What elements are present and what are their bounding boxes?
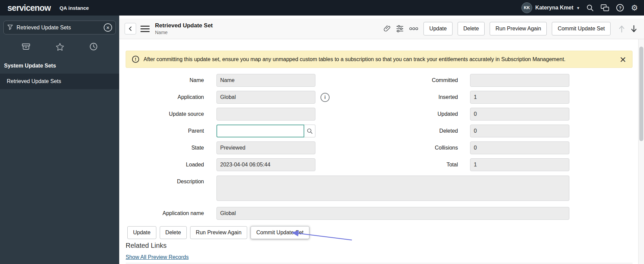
description-field[interactable] (216, 176, 569, 201)
attachment-paperclip-icon[interactable] (383, 25, 391, 32)
sidebar-tabs (0, 34, 119, 57)
previous-record-arrow-icon[interactable] (618, 25, 625, 33)
field-row-application: Application i (126, 91, 335, 104)
committed-field[interactable] (470, 74, 569, 87)
field-row-state: State (126, 141, 335, 154)
commit-update-set-button[interactable]: Commit Update Set (552, 22, 611, 35)
warning-icon: ! (132, 56, 139, 63)
form-column-left: Name Application i Update source Parent … (126, 74, 335, 171)
form-column-right: Committed Inserted Updated Deleted Colli… (385, 74, 569, 171)
reference-lookup-icon[interactable] (304, 125, 315, 137)
run-preview-again-button[interactable]: Run Preview Again (490, 22, 547, 35)
all-applications-icon[interactable] (22, 43, 30, 50)
close-icon[interactable]: × (620, 54, 626, 65)
field-row-application-name: Application name (126, 207, 569, 220)
field-row-total: Total (385, 158, 569, 171)
info-icon[interactable]: i (320, 93, 330, 102)
top-header: servicenow QA instance KK Kateryna Kmet … (0, 0, 644, 16)
parent-reference-wrap (216, 125, 315, 137)
application-field[interactable] (216, 91, 315, 104)
field-row-description: Description (126, 176, 569, 201)
updated-label: Updated (385, 111, 458, 117)
application-name-label: Application name (126, 210, 204, 216)
form-header-actions: Update Delete Run Preview Again Commit U… (383, 22, 640, 35)
application-label: Application (126, 94, 204, 100)
related-links-section: Related Links Show All Preview Records (126, 242, 189, 260)
field-row-name: Name (126, 74, 335, 87)
description-label: Description (126, 176, 204, 201)
back-button[interactable] (125, 23, 136, 34)
collisions-field[interactable] (470, 141, 569, 154)
favorites-star-icon[interactable] (56, 43, 64, 51)
page-title: Retrieved Update Set (155, 22, 213, 29)
history-clock-icon[interactable] (89, 43, 98, 51)
personalize-form-sliders-icon[interactable] (396, 25, 404, 32)
more-options-icon[interactable] (409, 27, 418, 30)
update-source-field[interactable] (216, 108, 315, 121)
field-row-parent: Parent (126, 125, 335, 137)
footer-update-button[interactable]: Update (127, 226, 156, 239)
form-header: Retrieved Update Set Name Update Delete … (119, 19, 644, 39)
footer-actions: Update Delete Run Preview Again Commit U… (127, 226, 309, 239)
sidebar-item-retrieved-update-sets[interactable]: Retrieved Update Sets (0, 74, 119, 89)
footer-commit-update-set-button[interactable]: Commit Update Set (251, 226, 309, 239)
total-label: Total (385, 162, 458, 168)
header-right: KK Kateryna Kmet ▾ ? ⚙ (521, 2, 638, 13)
collisions-label: Collisions (385, 145, 458, 151)
field-row-loaded: Loaded (126, 158, 335, 171)
help-icon[interactable]: ? (616, 4, 624, 11)
name-label: Name (126, 77, 204, 83)
loaded-label: Loaded (126, 162, 204, 168)
record-title-block: Retrieved Update Set Name (155, 22, 213, 35)
committed-label: Committed (385, 77, 458, 83)
connected-devices-icon[interactable] (601, 4, 609, 11)
parent-label: Parent (126, 128, 204, 134)
loaded-field[interactable] (216, 158, 315, 171)
next-record-arrow-icon[interactable] (630, 25, 637, 33)
user-name: Kateryna Kmet (535, 5, 573, 11)
field-row-update-source: Update source (126, 108, 335, 121)
section-divider (126, 263, 633, 263)
update-button[interactable]: Update (423, 22, 453, 35)
sidebar: × System Update Sets Retrieved Update Se… (0, 16, 119, 264)
servicenow-logo: servicenow (7, 3, 51, 13)
inserted-field[interactable] (470, 91, 569, 104)
state-field[interactable] (216, 141, 315, 154)
sidebar-section-title: System Update Sets (0, 57, 119, 74)
deleted-field[interactable] (470, 125, 569, 137)
field-row-inserted: Inserted (385, 91, 569, 104)
filter-icon (7, 24, 13, 31)
gear-icon[interactable]: ⚙ (631, 4, 638, 12)
search-icon[interactable] (586, 4, 594, 11)
name-field[interactable] (216, 74, 315, 87)
field-row-committed: Committed (385, 74, 569, 87)
chevron-down-icon: ▾ (577, 5, 579, 10)
record-navigation (618, 25, 637, 33)
warning-banner: ! After committing this update set, ensu… (126, 51, 633, 68)
user-menu[interactable]: KK Kateryna Kmet ▾ (521, 2, 579, 13)
context-menu-icon[interactable] (140, 26, 150, 32)
show-all-preview-records-link[interactable]: Show All Preview Records (126, 254, 189, 260)
total-field[interactable] (470, 158, 569, 171)
related-links-title: Related Links (126, 242, 189, 249)
scrollbar-thumb[interactable] (639, 47, 643, 141)
warning-text: After committing this update set, ensure… (144, 56, 566, 62)
delete-button[interactable]: Delete (458, 22, 485, 35)
sidebar-search-input[interactable] (17, 25, 100, 31)
record-subtitle: Name (155, 30, 213, 35)
clear-search-icon[interactable]: × (104, 23, 112, 32)
state-label: State (126, 145, 204, 151)
field-row-deleted: Deleted (385, 125, 569, 137)
footer-delete-button[interactable]: Delete (160, 226, 187, 239)
field-row-updated: Updated (385, 108, 569, 121)
instance-label: QA instance (59, 5, 89, 11)
footer-run-preview-again-button[interactable]: Run Preview Again (190, 226, 247, 239)
updated-field[interactable] (470, 108, 569, 121)
parent-field[interactable] (216, 125, 304, 137)
vertical-scrollbar[interactable] (638, 39, 644, 264)
avatar[interactable]: KK (521, 2, 532, 13)
field-row-collisions: Collisions (385, 141, 569, 154)
inserted-label: Inserted (385, 94, 458, 100)
update-source-label: Update source (126, 111, 204, 117)
application-name-field[interactable] (216, 207, 569, 220)
